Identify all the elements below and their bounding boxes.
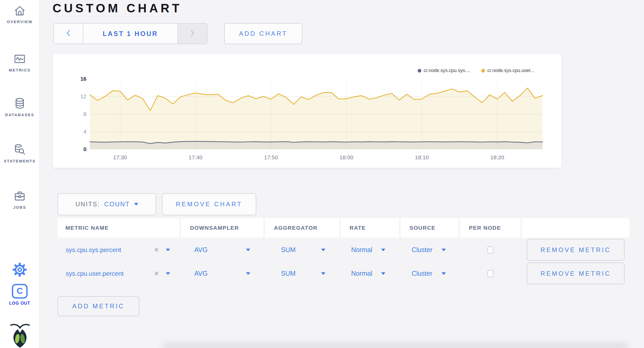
metrics-table-header: METRIC NAME DOWNSAMPLER AGGREGATOR RATE … — [58, 218, 629, 238]
logout-label: LOG OUT — [9, 301, 30, 306]
chevron-down-icon — [381, 272, 385, 275]
column-header-downsampler: DOWNSAMPLER — [181, 218, 263, 238]
units-dropdown[interactable]: UNITS: COUNT — [58, 193, 156, 215]
remove-metric-button[interactable]: REMOVE METRIC — [527, 239, 625, 261]
column-header-metric-name: METRIC NAME — [58, 218, 180, 238]
logout-button[interactable]: C LOG OUT — [0, 284, 39, 306]
units-value: COUNT — [104, 201, 130, 208]
aggregator-dropdown[interactable]: SUM — [265, 239, 339, 261]
column-header-per-node: PER NODE — [460, 218, 520, 238]
sidebar-item-label: METRICS — [9, 68, 31, 72]
remove-metric-button[interactable]: REMOVE METRIC — [527, 263, 625, 284]
chevron-down-icon — [442, 272, 446, 275]
custom-chart-page: OVERVIEW METRICS DATABASES — [0, 0, 644, 348]
database-icon — [13, 97, 26, 109]
page-title: CUSTOM CHART — [53, 1, 182, 15]
metric-name-dropdown[interactable]: sys.cpu.user.percent ✕ — [58, 263, 180, 284]
svg-text:17:40: 17:40 — [189, 154, 203, 160]
per-node-checkbox[interactable] — [487, 270, 493, 277]
svg-text:18:00: 18:00 — [340, 154, 354, 160]
chevron-left-icon — [66, 30, 70, 38]
legend-label-sys: cr.node.sys.cpu.sys.... — [424, 68, 470, 73]
legend-dot-sys — [418, 69, 421, 73]
downsampler-dropdown[interactable]: AVG — [181, 239, 263, 261]
statements-icon — [13, 144, 26, 156]
sidebar-item-jobs[interactable]: JOBS — [0, 190, 39, 209]
metric-row: sys.cpu.user.percent ✕ AVG SUM Normal Cl… — [58, 263, 629, 284]
column-header-actions — [522, 218, 629, 238]
sidebar-item-statements[interactable]: STATEMENTS — [0, 144, 39, 163]
chevron-down-icon — [166, 249, 170, 251]
chevron-down-icon — [321, 249, 325, 251]
cockroach-bug-logo — [10, 323, 30, 348]
home-icon — [13, 5, 26, 16]
rate-dropdown[interactable]: Normal — [341, 263, 399, 284]
legend-dot-user — [481, 69, 485, 73]
clear-metric-icon[interactable]: ✕ — [154, 247, 159, 253]
svg-text:8: 8 — [83, 111, 86, 117]
metric-name-value: sys.cpu.sys.percent — [66, 246, 121, 254]
cockroach-c-logo: C — [12, 284, 28, 299]
sidebar-item-label: OVERVIEW — [7, 19, 33, 24]
rate-dropdown[interactable]: Normal — [341, 239, 399, 261]
svg-text:18:20: 18:20 — [490, 154, 504, 160]
chevron-down-icon — [246, 272, 250, 275]
clear-metric-icon[interactable]: ✕ — [154, 270, 159, 277]
sidebar-item-label: JOBS — [13, 205, 26, 209]
column-header-source: SOURCE — [401, 218, 458, 238]
units-label: UNITS: — [75, 201, 100, 208]
sidebar-item-label: DATABASES — [5, 112, 34, 117]
time-range-label: LAST 1 HOUR — [103, 30, 158, 38]
svg-text:12: 12 — [80, 93, 86, 99]
add-chart-label: ADD CHART — [239, 30, 288, 37]
sidebar-item-metrics[interactable]: METRICS — [0, 53, 39, 72]
source-dropdown[interactable]: Cluster — [401, 263, 458, 284]
remove-chart-label: REMOVE CHART — [176, 201, 242, 208]
sidebar-item-databases[interactable]: DATABASES — [0, 97, 39, 117]
time-range-prev-button[interactable] — [54, 24, 83, 44]
per-node-checkbox[interactable] — [487, 246, 493, 254]
chevron-down-icon — [381, 249, 385, 251]
chevron-down-icon — [166, 272, 170, 275]
chevron-down-icon — [442, 249, 446, 251]
chevron-right-icon — [190, 30, 195, 38]
svg-text:4: 4 — [83, 129, 86, 135]
downsampler-dropdown[interactable]: AVG — [181, 263, 263, 284]
chevron-down-icon — [321, 272, 325, 275]
metrics-icon — [13, 53, 26, 65]
chevron-down-icon — [134, 203, 138, 206]
svg-text:17:30: 17:30 — [113, 154, 127, 160]
metric-name-dropdown[interactable]: sys.cpu.sys.percent ✕ — [58, 239, 180, 261]
legend-item-user[interactable]: cr.node.sys.cpu.user... — [481, 68, 534, 73]
metric-row: sys.cpu.sys.percent ✕ AVG SUM Normal Clu… — [58, 239, 629, 261]
add-metric-label: ADD METRIC — [72, 303, 125, 310]
settings-gear-icon[interactable] — [12, 262, 27, 277]
chart-card: 048121617:3017:4017:5018:0018:1018:20 cr… — [53, 54, 562, 168]
sidebar-item-label: STATEMENTS — [4, 159, 35, 163]
time-range-next-button[interactable] — [178, 24, 207, 44]
metric-name-value: sys.cpu.user.percent — [66, 270, 124, 277]
sidebar-item-overview[interactable]: OVERVIEW — [0, 5, 39, 24]
c-logo-letter: C — [17, 286, 23, 296]
legend-label-user: cr.node.sys.cpu.user... — [487, 68, 534, 73]
time-range-selector: LAST 1 HOUR — [53, 23, 207, 44]
chart-legend: cr.node.sys.cpu.sys.... cr.node.sys.cpu.… — [418, 68, 534, 73]
time-range-dropdown[interactable]: LAST 1 HOUR — [83, 24, 178, 44]
column-header-aggregator: AGGREGATOR — [265, 218, 339, 238]
svg-text:18:10: 18:10 — [415, 154, 429, 160]
chevron-down-icon — [246, 249, 250, 251]
column-header-rate: RATE — [341, 218, 399, 238]
sidebar: OVERVIEW METRICS DATABASES — [0, 0, 40, 348]
remove-chart-button[interactable]: REMOVE CHART — [162, 193, 256, 215]
aggregator-dropdown[interactable]: SUM — [265, 263, 339, 284]
briefcase-icon — [13, 190, 26, 202]
add-metric-button[interactable]: ADD METRIC — [58, 296, 139, 316]
svg-text:17:50: 17:50 — [264, 154, 278, 160]
svg-text:0: 0 — [83, 146, 86, 152]
svg-text:16: 16 — [80, 76, 86, 82]
legend-item-sys[interactable]: cr.node.sys.cpu.sys.... — [418, 68, 470, 73]
source-dropdown[interactable]: Cluster — [401, 239, 458, 261]
add-chart-button[interactable]: ADD CHART — [224, 23, 302, 44]
